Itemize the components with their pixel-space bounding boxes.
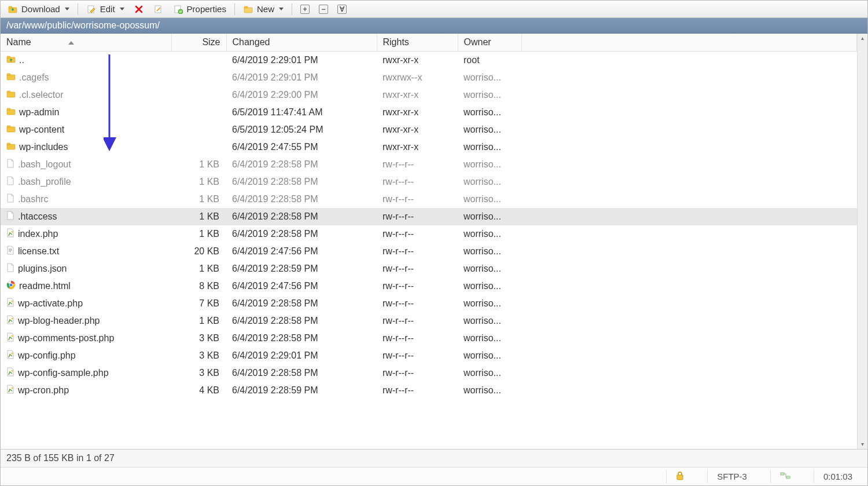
network-icon bbox=[780, 472, 790, 481]
file-name-cell[interactable]: wp-config-sample.php bbox=[1, 364, 171, 382]
properties-label: Properties bbox=[187, 4, 226, 14]
protocol-label: SFTP-3 bbox=[717, 472, 747, 481]
file-name-cell[interactable]: .bash_logout bbox=[1, 156, 171, 173]
file-size-cell: 7 KB bbox=[171, 295, 226, 312]
file-name-cell[interactable]: index.php bbox=[1, 225, 171, 243]
column-header-size[interactable]: Size bbox=[171, 34, 226, 52]
file-owner-cell: worriso... bbox=[458, 208, 521, 225]
file-rights-cell: rw-r--r-- bbox=[377, 260, 458, 277]
table-row[interactable]: wp-config-sample.php3 KB6/4/2019 2:28:58… bbox=[1, 364, 857, 382]
file-extra-cell bbox=[521, 138, 857, 156]
file-changed-cell: 6/4/2019 2:28:58 PM bbox=[226, 295, 377, 312]
chevron-down-icon bbox=[120, 8, 124, 10]
php-icon bbox=[6, 298, 14, 309]
file-name-label: .cl.selector bbox=[19, 90, 63, 100]
table-row[interactable]: .bash_profile1 KB6/4/2019 2:28:58 PMrw-r… bbox=[1, 173, 857, 191]
file-changed-cell: 6/4/2019 2:29:01 PM bbox=[226, 52, 377, 70]
connection-status: SFTP-3 0:01:03 bbox=[1, 467, 867, 485]
php-icon bbox=[6, 350, 14, 361]
file-size-cell bbox=[171, 52, 226, 70]
file-name-cell[interactable]: wp-admin bbox=[1, 104, 171, 121]
table-row[interactable]: wp-cron.php4 KB6/4/2019 2:28:59 PMrw-r--… bbox=[1, 382, 857, 399]
table-row[interactable]: index.php1 KB6/4/2019 2:28:58 PMrw-r--r-… bbox=[1, 225, 857, 243]
table-row[interactable]: plugins.json1 KB6/4/2019 2:28:59 PMrw-r-… bbox=[1, 260, 857, 277]
column-header-owner[interactable]: Owner bbox=[458, 34, 521, 52]
file-name-label: readme.html bbox=[19, 281, 71, 291]
file-name-cell[interactable]: .cagefs bbox=[1, 69, 171, 86]
file-name-cell[interactable]: license.txt bbox=[1, 243, 171, 260]
file-name-cell[interactable]: wp-blog-header.php bbox=[1, 312, 171, 330]
svg-rect-19 bbox=[7, 143, 10, 145]
file-owner-cell: worriso... bbox=[458, 86, 521, 104]
file-name-label: wp-content bbox=[19, 125, 64, 135]
table-row[interactable]: wp-admin6/5/2019 11:47:41 AMrwxr-xr-xwor… bbox=[1, 104, 857, 121]
file-extra-cell bbox=[521, 364, 857, 382]
new-button[interactable]: New bbox=[240, 3, 287, 16]
file-name-label: wp-activate.php bbox=[18, 298, 83, 309]
table-row[interactable]: .bash_logout1 KB6/4/2019 2:28:58 PMrw-r-… bbox=[1, 156, 857, 173]
table-row[interactable]: readme.html8 KB6/4/2019 2:47:56 PMrw-r--… bbox=[1, 277, 857, 295]
file-rights-cell: rwxr-xr-x bbox=[377, 138, 458, 156]
rename-button[interactable] bbox=[150, 3, 167, 16]
file-name-cell[interactable]: wp-config.php bbox=[1, 347, 171, 364]
file-changed-cell: 6/4/2019 2:29:00 PM bbox=[226, 86, 377, 104]
table-row[interactable]: wp-content6/5/2019 12:05:24 PMrwxr-xr-xw… bbox=[1, 121, 857, 138]
column-header-name[interactable]: Name bbox=[1, 34, 171, 52]
file-name-label: wp-comments-post.php bbox=[18, 333, 114, 344]
svg-point-25 bbox=[12, 335, 13, 337]
toolbar-separator bbox=[234, 3, 235, 15]
svg-point-26 bbox=[12, 353, 13, 355]
download-button[interactable]: Download bbox=[4, 3, 73, 16]
column-header-changed[interactable]: Changed bbox=[226, 34, 377, 52]
file-extra-cell bbox=[521, 243, 857, 260]
elapsed-label: 0:01:03 bbox=[823, 472, 852, 481]
file-name-cell[interactable]: .bash_profile bbox=[1, 173, 171, 191]
file-changed-cell: 6/4/2019 2:28:59 PM bbox=[226, 260, 377, 277]
svg-point-23 bbox=[12, 301, 13, 302]
select-all-button[interactable]: ∀ bbox=[334, 3, 350, 15]
table-row[interactable]: wp-comments-post.php3 KB6/4/2019 2:28:58… bbox=[1, 330, 857, 347]
delete-button[interactable] bbox=[130, 3, 148, 16]
table-row[interactable]: .cl.selector6/4/2019 2:29:00 PMrwxr-xr-x… bbox=[1, 86, 857, 104]
table-row[interactable]: wp-blog-header.php1 KB6/4/2019 2:28:58 P… bbox=[1, 312, 857, 330]
file-name-cell[interactable]: wp-comments-post.php bbox=[1, 330, 171, 347]
chevron-down-icon bbox=[279, 8, 284, 10]
file-name-cell[interactable]: .cl.selector bbox=[1, 86, 171, 104]
path-bar[interactable]: /var/www/public/worrisome-opossum/ bbox=[1, 18, 867, 34]
file-rights-cell: rwxr-xr-x bbox=[377, 121, 458, 138]
table-row[interactable]: .cagefs6/4/2019 2:29:01 PMrwxrwx--xworri… bbox=[1, 69, 857, 86]
svg-rect-32 bbox=[786, 476, 790, 478]
file-name-cell[interactable]: wp-activate.php bbox=[1, 295, 171, 312]
file-name-cell[interactable]: wp-content bbox=[1, 121, 171, 138]
file-changed-cell: 6/4/2019 2:28:58 PM bbox=[226, 156, 377, 173]
file-name-cell[interactable]: wp-cron.php bbox=[1, 382, 171, 399]
file-owner-cell: worriso... bbox=[458, 138, 521, 156]
file-name-cell[interactable]: plugins.json bbox=[1, 260, 171, 277]
table-row[interactable]: wp-config.php3 KB6/4/2019 2:29:01 PMrw-r… bbox=[1, 347, 857, 364]
file-owner-cell: worriso... bbox=[458, 347, 521, 364]
file-name-cell[interactable]: .bashrc bbox=[1, 191, 171, 208]
file-owner-cell: worriso... bbox=[458, 243, 521, 260]
file-name-cell[interactable]: .. bbox=[1, 52, 171, 69]
table-row[interactable]: .bashrc1 KB6/4/2019 2:28:58 PMrw-r--r--w… bbox=[1, 191, 857, 208]
file-changed-cell: 6/4/2019 2:28:58 PM bbox=[226, 173, 377, 191]
file-name-cell[interactable]: .htaccess bbox=[1, 208, 171, 225]
minus-icon: − bbox=[319, 5, 328, 14]
col-owner-label: Owner bbox=[464, 37, 491, 47]
table-row[interactable]: wp-includes6/4/2019 2:47:55 PMrwxr-xr-xw… bbox=[1, 138, 857, 156]
file-name-cell[interactable]: readme.html bbox=[1, 277, 171, 295]
table-row[interactable]: ..6/4/2019 2:29:01 PMrwxr-xr-xroot bbox=[1, 52, 857, 70]
protocol-indicator: SFTP-3 bbox=[707, 470, 756, 483]
vertical-scrollbar[interactable]: ▴ ▾ bbox=[857, 34, 867, 449]
column-header-rights[interactable]: Rights bbox=[377, 34, 458, 52]
table-row[interactable]: license.txt20 KB6/4/2019 2:47:56 PMrw-r-… bbox=[1, 243, 857, 260]
edit-button[interactable]: Edit bbox=[83, 3, 128, 16]
table-row[interactable]: .htaccess1 KB6/4/2019 2:28:58 PMrw-r--r-… bbox=[1, 208, 857, 225]
svg-point-28 bbox=[12, 388, 13, 389]
expand-button[interactable]: + bbox=[297, 3, 313, 15]
table-row[interactable]: wp-activate.php7 KB6/4/2019 2:28:58 PMrw… bbox=[1, 295, 857, 312]
encryption-indicator bbox=[666, 470, 693, 483]
collapse-button[interactable]: − bbox=[315, 3, 332, 15]
file-name-cell[interactable]: wp-includes bbox=[1, 138, 171, 156]
properties-button[interactable]: Properties bbox=[170, 3, 230, 16]
